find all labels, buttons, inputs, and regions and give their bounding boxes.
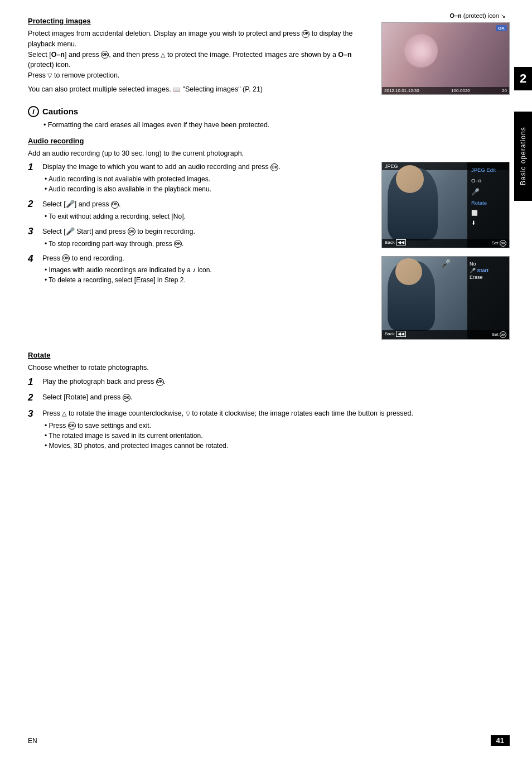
ok-rotate-save: OK [68, 422, 76, 430]
menu2-no: No [470, 261, 507, 267]
protect-label-text: (protect) icon [463, 12, 499, 19]
menu2-start: 🎤 Start [470, 268, 507, 273]
step-2-bullets: To exit without adding a recording, sele… [45, 211, 373, 221]
step-1-number: 1 [28, 162, 39, 173]
rotate-step-1-content: Play the photograph back and press OK. [42, 377, 510, 387]
audio-step-2: 2 Select [🎤] and press OK. To exit witho… [28, 199, 373, 221]
audio-step-4: 4 Press OK to end recording. Images with… [28, 253, 373, 286]
cautions-item: • Formatting the card erases all images … [43, 120, 510, 129]
chapter-number: 2 [514, 67, 532, 90]
protecting-images-body2: You can also protect multiple selected i… [28, 84, 373, 95]
protect-image-panel: O–n (protect) icon ↘ OK [381, 17, 510, 95]
ok-icon-step3b: OK [174, 240, 182, 248]
screen2-back: Back ◀◀ [385, 331, 406, 338]
screen2-menu: No 🎤 Start Erase [467, 257, 509, 339]
step-1-content: Display the image to which you want to a… [42, 162, 373, 194]
rotate-step-1: 1 Play the photograph back and press OK. [28, 377, 510, 388]
audio-screens-col: JPEG JPEG Edit O–n 🎤 Rotate ⬜ ⬇ [381, 162, 510, 340]
triangle-down-icon [47, 71, 52, 79]
photo-info: 100-0020 [451, 88, 470, 93]
page-number: 41 [491, 735, 510, 746]
rotate-section: Rotate Choose whether to rotate photogra… [28, 351, 510, 450]
audio-recording-heading: Audio recording [28, 137, 510, 145]
protect-camera-screen: OK 2012.10.01-12:30 100-0020 20 [381, 22, 510, 95]
menu1-icon1: ⬜ [470, 209, 507, 218]
rotate-step-2-content: Select [Rotate] and press OK. [42, 392, 510, 403]
step-4-content: Press OK to end recording. Images with a… [42, 253, 373, 286]
screen1-set: Set OK [492, 240, 506, 247]
step-3-bullet-1: To stop recording part-way through, pres… [45, 239, 373, 249]
step-2-bullet-1: To exit without adding a recording, sele… [45, 211, 373, 221]
protect-icon-label: O–n (protect) icon ↘ [449, 12, 505, 19]
audio-step-1: 1 Display the image to which you want to… [28, 162, 373, 194]
rotate-step-3-number: 3 [28, 408, 39, 420]
triangle-up-icon [161, 51, 165, 59]
rotate-bullet-2: The rotated image is saved in its curren… [45, 431, 510, 441]
menu1-protect: O–n [470, 176, 507, 185]
rotate-bullet-1: Press OK to save settings and exit. [45, 421, 510, 431]
step-3-number: 3 [28, 226, 39, 237]
menu1-rotate: Rotate [470, 199, 507, 208]
audio-steps-with-screen: 1 Display the image to which you want to… [28, 162, 510, 340]
photo-date: 2012.10.01-12:30 [384, 88, 419, 93]
screen2-set: Set OK [492, 331, 506, 338]
en-label: EN [28, 737, 37, 745]
audio-recording-intro: Add an audio recording (up to 30 sec. lo… [28, 148, 510, 159]
rotate-step-2-number: 2 [28, 392, 39, 403]
ok-icon-step1: OK [270, 163, 278, 171]
step-2-content: Select [🎤] and press OK. To exit without… [42, 199, 373, 221]
protecting-images-text: Protecting images Protect images from ac… [28, 17, 373, 98]
step-3-bullets: To stop recording part-way through, pres… [45, 239, 373, 249]
screen2-ok: OK [500, 331, 506, 338]
cautions-item-text: • Formatting the card erases all images … [43, 121, 269, 129]
screen1-back: Back ◀◀ [385, 240, 406, 247]
photo-frame: 20 [502, 88, 507, 93]
step-1-bullets: Audio recording is not available with pr… [45, 174, 373, 194]
protecting-images-section: Protecting images Protect images from ac… [28, 17, 510, 98]
rotate-step-3-content: Press to rotate the image counterclockwi… [42, 408, 510, 451]
audio-step-3: 3 Select [🎤 Start] and press OK to begin… [28, 226, 373, 249]
screen2-bottom-bar: Back ◀◀ Set OK [382, 330, 509, 339]
cautions-heading: Cautions [42, 107, 78, 116]
menu2-erase: Erase [470, 274, 507, 280]
menu1-jpeg-edit: JPEG Edit [470, 166, 507, 175]
rotate-step-2: 2 Select [Rotate] and press OK. [28, 392, 510, 403]
protect-ok-indicator: OK [496, 25, 507, 31]
screen2-mic-icon: 🎤 [441, 259, 451, 268]
rotate-bullet-3: Movies, 3D photos, and protected images … [45, 441, 510, 451]
ok-icon-step4: OK [62, 254, 70, 262]
audio-screen-2: 🎤 No 🎤 Start Erase Back ◀◀ Set OK [381, 256, 510, 340]
menu1-mic: 🎤 [470, 186, 507, 197]
page-footer: EN 41 [0, 735, 532, 746]
screen1-jpeg-label: JPEG [385, 163, 398, 169]
screen1-ok: OK [500, 240, 506, 247]
ok-icon-step3: OK [128, 228, 136, 235]
step-1-bullet-1: Audio recording is not available with pr… [45, 174, 373, 184]
audio-screen-1: JPEG JPEG Edit O–n 🎤 Rotate ⬜ ⬇ [381, 162, 510, 248]
step-4-bullet-1: Images with audio recordings are indicat… [45, 265, 373, 275]
page-container: 2 Basic operations Protecting images Pro… [0, 0, 532, 757]
cautions-section: i Cautions • Formatting the card erases … [28, 106, 510, 129]
caution-heading-row: i Cautions [28, 106, 510, 117]
step-4-bullet-2: To delete a recording, select [Erase] in… [45, 275, 373, 285]
ok-icon-1: OK [302, 30, 309, 38]
step-3-content: Select [🎤 Start] and press OK to begin r… [42, 226, 373, 249]
photo-date-bar: 2012.10.01-12:30 100-0020 20 [382, 87, 509, 94]
protecting-images-body: Protect images from accidental deletion.… [28, 28, 373, 81]
ok-icon-step2: OK [111, 201, 119, 209]
ok-rotate-2: OK [123, 394, 130, 402]
caution-icon: i [28, 106, 39, 117]
side-tab-label: Basic operations [514, 112, 532, 201]
ok-icon-2: OK [101, 51, 109, 59]
menu1-icon2: ⬇ [470, 219, 507, 228]
screen1-menu: JPEG Edit O–n 🎤 Rotate ⬜ ⬇ [467, 162, 509, 248]
rotate-intro: Choose whether to rotate photographs. [28, 363, 510, 373]
camera-screen-2: 🎤 No 🎤 Start Erase Back ◀◀ Set OK [381, 256, 510, 340]
step-4-bullets: Images with audio recordings are indicat… [45, 265, 373, 285]
rotate-step-3-bullets: Press OK to save settings and exit. The … [45, 421, 510, 451]
triangle-down-rotate [186, 409, 190, 417]
audio-steps-col1: 1 Display the image to which you want to… [28, 162, 373, 290]
triangle-up-rotate [62, 409, 66, 417]
audio-recording-section: Audio recording Add an audio recording (… [28, 137, 510, 340]
rotate-heading: Rotate [28, 351, 510, 359]
